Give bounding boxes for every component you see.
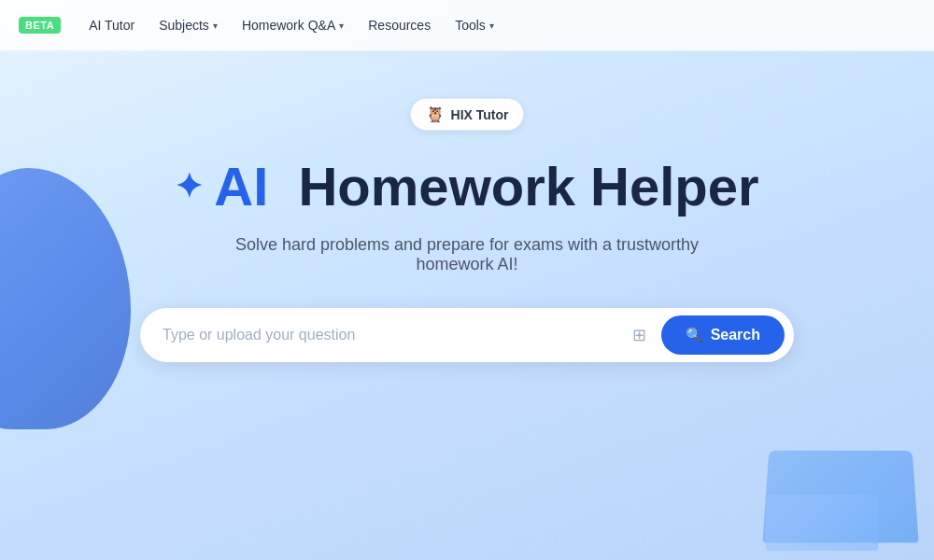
chevron-down-icon: ▾: [339, 21, 344, 31]
search-button-label: Search: [711, 327, 760, 343]
nav-item-tools[interactable]: Tools ▾: [446, 12, 503, 38]
hero-subtitle: Solve hard problems and prepare for exam…: [196, 235, 738, 274]
background-blob-right-2: [766, 495, 878, 551]
nav-items: AI Tutor Subjects ▾ Homework Q&A ▾ Resou…: [79, 12, 503, 38]
search-button[interactable]: 🔍 Search: [661, 315, 785, 355]
hero-title: ✦AI Homework Helper: [175, 157, 758, 217]
chevron-down-icon: ▾: [213, 21, 218, 31]
search-bar: ⊞ 🔍 Search: [140, 308, 794, 362]
beta-badge: BETA: [19, 17, 61, 34]
navbar: BETA AI Tutor Subjects ▾ Homework Q&A ▾ …: [0, 0, 934, 51]
owl-icon: 🦉: [426, 105, 445, 123]
badge-text: HIX Tutor: [451, 107, 509, 122]
sparkles-icon: ✦: [175, 168, 203, 205]
nav-item-subjects[interactable]: Subjects ▾: [149, 12, 227, 38]
chevron-down-icon: ▾: [489, 21, 494, 31]
hix-tutor-badge: 🦉 HIX Tutor: [410, 98, 525, 131]
hero-section: 🦉 HIX Tutor ✦AI Homework Helper Solve ha…: [0, 51, 934, 399]
search-icon: 🔍: [686, 327, 703, 343]
nav-item-ai-tutor[interactable]: AI Tutor: [79, 12, 144, 38]
nav-item-resources[interactable]: Resources: [359, 12, 440, 38]
search-input[interactable]: [163, 327, 617, 343]
calculator-icon: ⊞: [632, 325, 646, 345]
calculator-button[interactable]: ⊞: [627, 319, 652, 351]
hero-title-rest: Homework Helper: [298, 157, 758, 217]
hero-title-ai: AI: [214, 157, 268, 217]
nav-item-homework-qa[interactable]: Homework Q&A ▾: [233, 12, 353, 38]
